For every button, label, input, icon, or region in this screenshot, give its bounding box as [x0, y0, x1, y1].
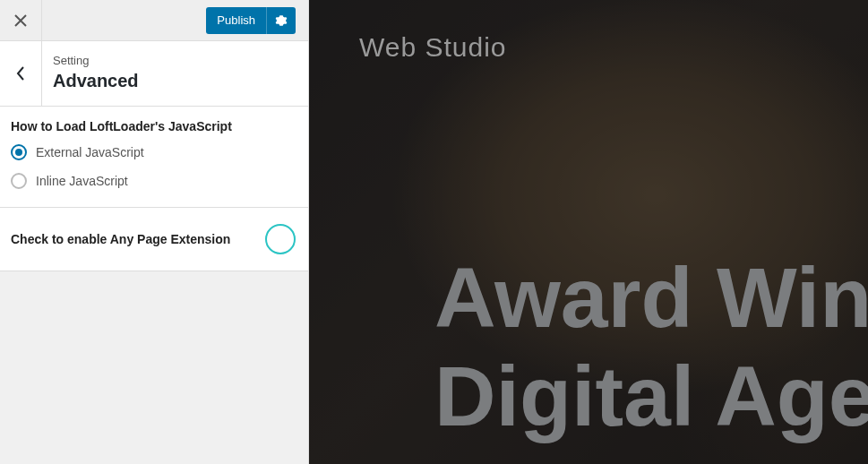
- radio-inline-js[interactable]: Inline JavaScript: [11, 173, 297, 189]
- publish-wrap: Publish: [206, 7, 296, 34]
- page-title: Advanced: [53, 71, 139, 91]
- toggle-any-page-ext[interactable]: [265, 224, 296, 254]
- radio-label: Inline JavaScript: [36, 174, 128, 188]
- customizer-sidebar: Publish Setting Advanced How to Load Lof…: [0, 0, 309, 464]
- chevron-left-icon: [16, 66, 25, 81]
- preview-hero-line2: Digital Age: [434, 349, 868, 443]
- publish-button[interactable]: Publish: [206, 7, 296, 34]
- section-any-page-ext: Check to enable Any Page Extension: [0, 208, 308, 271]
- gear-icon: [275, 14, 288, 27]
- preview-brand: Web Studio: [359, 32, 507, 63]
- preview-hero-line1: Award Win: [434, 251, 868, 345]
- section-js-load: How to Load LoftLoader's JavaScript Exte…: [0, 107, 308, 208]
- heading-text: Setting Advanced: [42, 41, 150, 106]
- radio-label: External JavaScript: [36, 145, 144, 159]
- topbar: Publish: [0, 0, 308, 41]
- section-title-js: How to Load LoftLoader's JavaScript: [11, 119, 297, 133]
- back-button[interactable]: [0, 41, 42, 106]
- toggle-label: Check to enable Any Page Extension: [11, 232, 230, 246]
- publish-settings[interactable]: [266, 7, 296, 34]
- publish-label: Publish: [206, 13, 266, 27]
- heading-breadcrumb: Setting: [53, 54, 139, 67]
- radio-dot-icon: [15, 149, 22, 156]
- radio-indicator: [11, 144, 27, 160]
- close-button[interactable]: [14, 14, 27, 27]
- preview-pane[interactable]: Web Studio Award Win Digital Age: [309, 0, 868, 464]
- close-icon: [14, 14, 27, 27]
- heading-row: Setting Advanced: [0, 41, 308, 107]
- close-column: [0, 0, 42, 41]
- radio-indicator: [11, 173, 27, 189]
- sidebar-filler: [0, 271, 308, 464]
- radio-external-js[interactable]: External JavaScript: [11, 144, 297, 160]
